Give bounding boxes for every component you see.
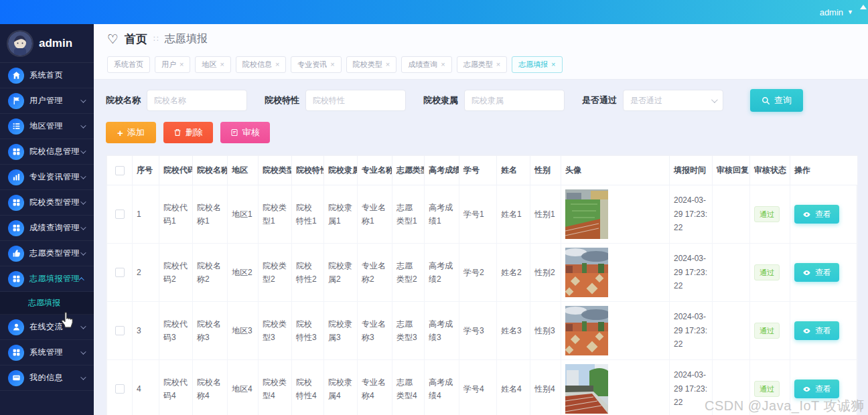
close-icon[interactable]: ×	[386, 61, 390, 68]
breadcrumb-home[interactable]: 首页	[125, 31, 147, 47]
tab-5[interactable]: 院校类型×	[346, 56, 396, 73]
tab-8[interactable]: 志愿填报×	[512, 56, 562, 73]
view-button[interactable]: 查看	[794, 321, 839, 340]
tab-4[interactable]: 专业资讯×	[291, 56, 341, 73]
avatar	[8, 31, 32, 56]
school-feature-input[interactable]	[305, 90, 406, 111]
plaza-photo	[565, 306, 665, 355]
row-checkbox[interactable]	[115, 268, 125, 277]
tab-label: 专业资讯	[297, 60, 327, 70]
view-button[interactable]: 查看	[794, 205, 839, 224]
passed-select-value: 是否通过	[630, 95, 711, 106]
table-head: 序号院校代码院校名称地区院校类型院校特性院校隶属专业名称志愿类型高考成绩学号姓名…	[107, 156, 858, 185]
cell-name: 院校名称1	[193, 185, 228, 244]
user-menu[interactable]: admin ▼	[820, 7, 853, 17]
sidebar-item-0[interactable]: 系统首页	[0, 63, 94, 88]
tab-7[interactable]: 志愿类型×	[457, 56, 507, 73]
column-header-2: 院校代码	[159, 156, 193, 185]
sidebar-item-1[interactable]: 用户管理	[0, 88, 94, 114]
add-button-label: 添加	[127, 127, 145, 139]
track-photo	[565, 364, 665, 414]
add-button[interactable]: + 添加	[106, 122, 156, 143]
close-icon[interactable]: ×	[441, 61, 445, 68]
home-icon	[8, 68, 24, 84]
query-button[interactable]: 查询	[750, 89, 803, 112]
sidebar-item-4[interactable]: 专业资讯管理	[0, 165, 94, 190]
cell-code: 院校代码2	[159, 244, 193, 302]
chevron-down-icon	[80, 250, 86, 255]
cell-score: 高考成绩1	[425, 185, 459, 244]
sidebar-item-10[interactable]: 系统管理	[0, 340, 94, 365]
row-checkbox[interactable]	[115, 210, 125, 219]
status-badge: 通过	[754, 381, 780, 398]
scrollbar-up-arrow[interactable]	[860, 5, 867, 9]
school-name-input[interactable]	[147, 90, 247, 111]
sports-field-photo	[565, 189, 665, 239]
close-icon[interactable]: ×	[330, 61, 334, 68]
eye-icon	[802, 327, 811, 335]
close-icon[interactable]: ×	[220, 61, 224, 68]
cell-name: 院校名称3	[193, 302, 228, 360]
cell-major: 专业名称2	[358, 244, 392, 302]
cell-gender: 性别3	[530, 302, 561, 360]
tab-3[interactable]: 院校信息×	[236, 56, 286, 73]
cell-major: 专业名称3	[358, 302, 392, 360]
cell-reply	[713, 244, 750, 302]
badge-icon	[8, 246, 24, 262]
sidebar-item-11[interactable]: 我的信息	[0, 365, 94, 391]
cell-feature: 院校特性3	[292, 302, 324, 360]
sidebar-item-2[interactable]: 地区管理	[0, 114, 94, 139]
close-icon[interactable]: ×	[275, 61, 279, 68]
sidebar-item-label: 在线交流	[29, 321, 63, 333]
tab-1[interactable]: 用户×	[155, 56, 190, 73]
tab-2[interactable]: 地区×	[195, 56, 230, 73]
cell-feature: 院校特性4	[292, 360, 324, 415]
school-affiliation-input[interactable]	[464, 90, 565, 111]
cell-sname: 姓名1	[497, 185, 530, 244]
tab-0[interactable]: 系统首页	[107, 56, 150, 73]
cell-photo	[561, 302, 670, 360]
close-icon[interactable]: ×	[179, 61, 184, 68]
view-button[interactable]: 查看	[794, 380, 839, 398]
close-icon[interactable]: ×	[551, 61, 555, 68]
view-button[interactable]: 查看	[794, 263, 839, 282]
tab-label: 志愿类型	[463, 60, 493, 70]
review-button[interactable]: 审核	[220, 122, 270, 143]
delete-button[interactable]: 删除	[163, 122, 213, 143]
cell-seq: 4	[133, 360, 159, 415]
sidebar-item-label: 专业资讯管理	[29, 171, 80, 183]
passed-select[interactable]: 是否通过	[623, 90, 723, 111]
user-icon	[8, 319, 24, 335]
sidebar-item-5[interactable]: 院校类型管理	[0, 190, 94, 216]
cell-affiliation: 院校隶属1	[324, 185, 358, 244]
cell-sid: 学号3	[459, 302, 497, 360]
cell-time: 2024-03-29 17:23:22	[670, 185, 713, 244]
sidebar-item-7[interactable]: 志愿类型管理	[0, 241, 94, 266]
cell-affiliation: 院校隶属2	[324, 244, 358, 302]
select-all-checkbox[interactable]	[115, 166, 125, 175]
sidebar-item-8[interactable]: 志愿填报管理	[0, 266, 94, 292]
cell-wish: 志愿类型4	[392, 360, 425, 415]
tab-6[interactable]: 成绩查询×	[401, 56, 451, 73]
sidebar-item-label: 院校信息管理	[29, 146, 80, 157]
sidebar-item-3[interactable]: 院校信息管理	[0, 139, 94, 165]
filter-school-feature: 院校特性	[265, 90, 406, 111]
row-checkbox[interactable]	[115, 384, 125, 394]
column-header-6: 院校特性	[292, 156, 324, 185]
column-header-10: 高考成绩	[425, 156, 459, 185]
watermark: CSDN @Java_IoT 攻诚狮	[705, 397, 865, 415]
column-header-15: 填报时间	[670, 156, 713, 185]
sidebar-item-label: 志愿类型管理	[29, 248, 80, 259]
cell-action: 查看	[790, 302, 858, 360]
tab-label: 成绩查询	[408, 60, 437, 70]
row-checkbox[interactable]	[115, 326, 125, 335]
passed-label: 是否通过	[582, 94, 617, 106]
sidebar-item-6[interactable]: 成绩查询管理	[0, 216, 94, 241]
sidebar-item-9[interactable]: 在线交流	[0, 315, 94, 340]
close-icon[interactable]: ×	[496, 61, 500, 68]
column-header-3: 院校名称	[193, 156, 228, 185]
chevron-down-icon	[80, 349, 86, 354]
sidebar-subitem[interactable]: 志愿填报	[0, 292, 94, 315]
grid-icon	[8, 195, 24, 211]
plaza-photo	[565, 248, 665, 297]
